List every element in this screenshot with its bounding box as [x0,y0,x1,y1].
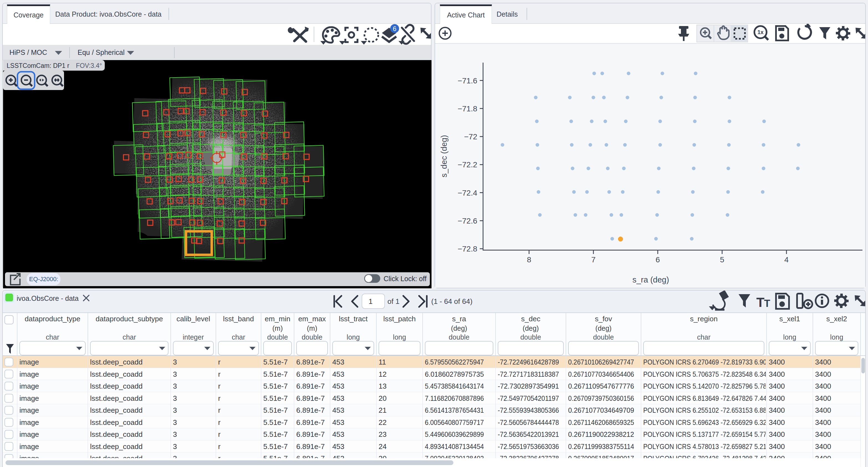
svg-text:6.891e-7: 6.891e-7 [296,442,325,451]
svg-text:3: 3 [173,382,177,390]
svg-text:lsst_patch: lsst_patch [383,315,416,323]
svg-text:453: 453 [332,358,344,366]
svg-text:12: 12 [379,370,386,378]
svg-text:5.457385841643174: 5.457385841643174 [425,382,484,390]
svg-text:image: image [20,394,39,402]
svg-text:3400: 3400 [815,358,831,366]
svg-text:3400: 3400 [769,394,785,402]
svg-text:double: double [593,333,614,341]
svg-text:6.891e-7: 6.891e-7 [296,394,325,402]
svg-text:6.579550562275947: 6.579550562275947 [425,358,484,366]
svg-text:ivoa.ObsCore - data: ivoa.ObsCore - data [17,294,79,302]
svg-text:image: image [20,406,39,414]
svg-text:3400: 3400 [815,430,831,438]
svg-text:3: 3 [173,406,177,414]
svg-text:double: double [520,333,541,341]
svg-text:13: 13 [379,382,386,390]
svg-text:s_xel2: s_xel2 [826,315,847,323]
svg-text:3400: 3400 [815,394,831,402]
svg-text:(m): (m) [307,324,317,332]
svg-text:0.2671077034649709: 0.2671077034649709 [568,406,634,414]
svg-text:3400: 3400 [815,418,831,427]
svg-text:11: 11 [379,358,386,366]
svg-text:22: 22 [379,418,386,427]
svg-text:FOV:3.4°: FOV:3.4° [76,62,102,69]
svg-text:6: 6 [656,255,660,264]
svg-text:-72.56365422013921: -72.56365422013921 [498,430,559,438]
svg-text:−72.4: −72.4 [458,189,477,197]
svg-text:-72.55593943805366: -72.55593943805366 [498,406,559,414]
svg-text:long: long [830,333,843,341]
svg-text:lsst.deep_coadd: lsst.deep_coadd [90,382,143,390]
svg-text:em_max: em_max [298,315,326,323]
svg-text:3: 3 [173,442,177,451]
svg-text:-72.56519753663036: -72.56519753663036 [498,442,559,451]
svg-text:r: r [218,430,221,438]
svg-text:3400: 3400 [769,358,785,366]
svg-text:(deg): (deg) [595,324,611,332]
svg-text:−71.8: −71.8 [458,104,477,113]
svg-text:r: r [218,358,221,366]
svg-text:(deg): (deg) [523,324,539,332]
svg-text:double: double [302,333,322,341]
svg-text:4: 4 [784,255,789,264]
svg-text:LSSTComCam: DP1 r: LSSTComCam: DP1 r [7,62,69,69]
svg-text:−72: −72 [464,132,477,141]
svg-text:8: 8 [527,255,531,264]
svg-text:5: 5 [720,255,724,264]
svg-text:(deg): (deg) [451,324,467,332]
svg-text:453: 453 [332,370,344,378]
svg-text:double: double [449,333,469,341]
svg-text:6.891e-7: 6.891e-7 [296,370,325,378]
svg-text:453: 453 [332,418,344,427]
svg-text:-72.56056784444478: -72.56056784444478 [498,418,559,427]
svg-text:0.26709739750360156: 0.26709739750360156 [568,394,634,402]
svg-text:0.26711462068659325: 0.26711462068659325 [568,418,634,427]
svg-text:lsst_tract: lsst_tract [339,315,368,323]
svg-text:5.51e-7: 5.51e-7 [263,430,288,438]
svg-text:3: 3 [173,430,177,438]
svg-text:0.26711999383755114: 0.26711999383755114 [568,442,634,451]
svg-text:POLYGON ICRS 6.270469 -72.8197: POLYGON ICRS 6.270469 -72.819733 6.90 [643,358,767,366]
svg-text:453: 453 [332,394,344,402]
svg-text:6.891e-7: 6.891e-7 [296,418,325,427]
svg-text:3400: 3400 [769,442,785,451]
svg-text:lsst_band: lsst_band [223,315,254,323]
svg-text:0.26710106269427747: 0.26710106269427747 [568,358,634,366]
svg-text:(m): (m) [272,324,283,332]
svg-text:6: 6 [393,25,397,32]
svg-text:5.51e-7: 5.51e-7 [263,418,288,427]
svg-text:5.51e-7: 5.51e-7 [263,382,288,390]
svg-text:3: 3 [173,370,177,378]
svg-text:lsst.deep_coadd: lsst.deep_coadd [90,370,143,378]
svg-text:double: double [267,333,288,341]
svg-text:−72.6: −72.6 [458,216,477,225]
svg-text:s_fov: s_fov [595,315,612,323]
svg-text:3400: 3400 [769,382,785,390]
svg-text:s_ra (deg): s_ra (deg) [632,275,669,284]
svg-text:char: char [123,333,136,341]
svg-text:5.51e-7: 5.51e-7 [263,406,288,414]
svg-text:3: 3 [173,418,177,427]
svg-text:3400: 3400 [769,370,785,378]
svg-text:image: image [20,442,39,451]
svg-text:-72.54977054201197: -72.54977054201197 [498,394,559,402]
svg-text:5.51e-7: 5.51e-7 [263,394,288,402]
svg-text:POLYGON ICRS 5.142070 -72.8257: POLYGON ICRS 5.142070 -72.825796 5.78 [643,382,767,390]
svg-text:−71.6: −71.6 [458,76,477,85]
svg-text:T: T [756,295,764,310]
svg-text:24: 24 [379,442,386,451]
svg-text:3: 3 [173,394,177,402]
svg-text:EQ-J2000:: EQ-J2000: [29,276,58,282]
svg-text:POLYGON ICRS 4.578013 -72.6598: POLYGON ICRS 4.578013 -72.659827 5.21 [643,442,767,451]
svg-text:of 1: of 1 [388,297,399,305]
svg-text:image: image [20,370,39,378]
svg-text:POLYGON ICRS 5.696243 -72.6569: POLYGON ICRS 5.696243 -72.656929 6.32 [643,418,767,427]
svg-text:6.005640807759717: 6.005640807759717 [425,418,484,427]
svg-text:lsst.deep_coadd: lsst.deep_coadd [90,394,143,402]
svg-text:lsst.deep_coadd: lsst.deep_coadd [90,418,143,427]
svg-text:(1 - 64 of 64): (1 - 64 of 64) [431,297,472,305]
svg-text:5.449606039629899: 5.449606039629899 [425,430,484,438]
svg-text:3400: 3400 [769,406,785,414]
svg-text:5.51e-7: 5.51e-7 [263,358,288,366]
